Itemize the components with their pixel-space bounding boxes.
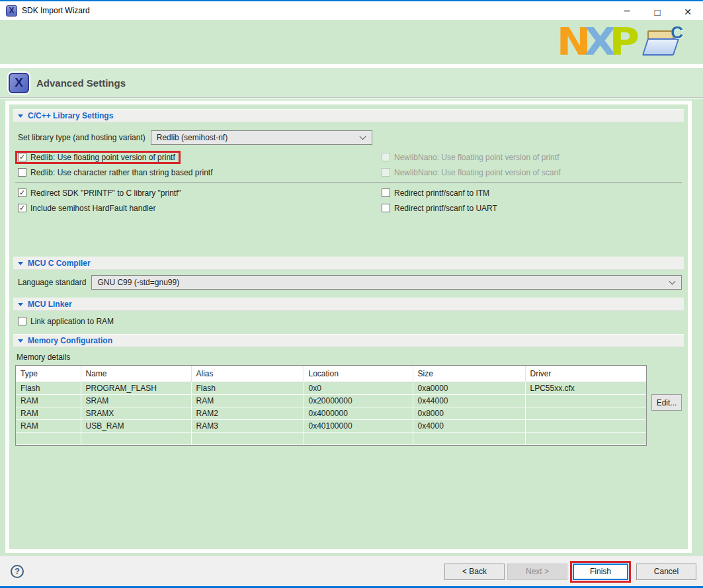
- app-logo-icon: X: [6, 5, 17, 17]
- column-header-type[interactable]: Type: [16, 366, 81, 382]
- nxp-logo: NXP: [557, 23, 633, 61]
- chevron-down-icon: [359, 133, 366, 140]
- branding-banner: NXP C: [0, 20, 703, 64]
- table-cell: LPC55xx.cfx: [525, 382, 646, 394]
- checkbox-row[interactable]: Redirect printf/scanf to UART: [379, 202, 503, 215]
- table-cell: [81, 432, 191, 444]
- collapse-triangle-icon[interactable]: [18, 303, 23, 306]
- library-checkbox-group-right-bottom: Redirect printf/scanf to ITMRedirect pri…: [379, 185, 684, 216]
- table-cell: RAM3: [191, 419, 304, 432]
- close-button[interactable]: ✕: [673, 3, 703, 21]
- maximize-button[interactable]: □: [642, 3, 673, 21]
- checkbox[interactable]: [18, 317, 26, 325]
- table-cell: 0x4000000: [304, 407, 413, 419]
- back-button[interactable]: < Back: [444, 564, 505, 580]
- nxp-letter-x: X: [585, 19, 610, 63]
- checkbox-row[interactable]: Redirect printf/scanf to ITM: [379, 187, 495, 200]
- table-row[interactable]: RAMSRAMRAM0x200000000x44000: [16, 394, 646, 407]
- checkbox-row[interactable]: ✓Redirect SDK "PRINTF" to C library "pri…: [15, 187, 186, 200]
- table-cell: RAM: [191, 394, 304, 407]
- table-cell: Flash: [16, 382, 81, 394]
- minimize-button[interactable]: –: [612, 3, 642, 21]
- column-header-driver[interactable]: Driver: [525, 366, 646, 382]
- finish-highlight-box: Finish: [570, 561, 631, 583]
- section-memory-header[interactable]: Memory Configuration: [13, 334, 684, 347]
- section-library-header[interactable]: C/C++ Library Settings: [13, 109, 684, 122]
- table-cell: 0x8000: [413, 407, 525, 419]
- table-row[interactable]: [16, 432, 646, 444]
- chevron-down-icon: [669, 278, 676, 284]
- table-cell: 0x40100000: [304, 419, 413, 432]
- checkbox-row[interactable]: ✓Include semihost HardFault handler: [15, 202, 161, 215]
- checkbox-row[interactable]: Redlib: Use character rather than string…: [15, 166, 218, 179]
- checkbox-label: Link application to RAM: [30, 317, 114, 326]
- checkbox-row[interactable]: ✓Redlib: Use floating point version of p…: [15, 151, 181, 164]
- edit-button[interactable]: Edit...: [651, 394, 682, 411]
- window-title: SDK Import Wizard: [22, 6, 90, 15]
- collapse-triangle-icon[interactable]: [18, 262, 23, 265]
- table-cell: 0x4000: [413, 419, 525, 432]
- table-cell: RAM: [16, 419, 81, 432]
- table-cell: Flash: [191, 382, 304, 394]
- mcuxpresso-logo-icon: X: [9, 73, 29, 93]
- checkbox[interactable]: [382, 204, 390, 212]
- finish-button[interactable]: Finish: [573, 564, 628, 580]
- checkbox-label: Redlib: Use floating point version of pr…: [30, 153, 175, 162]
- collapse-triangle-icon[interactable]: [18, 339, 23, 343]
- checkbox: [382, 153, 390, 161]
- page-header: X Advanced Settings: [0, 68, 703, 98]
- library-type-dropdown[interactable]: Redlib (semihost-nf): [151, 130, 372, 145]
- table-cell: [16, 432, 81, 444]
- table-cell: 0x0: [304, 382, 413, 394]
- table-cell: [525, 407, 646, 419]
- memory-details-label: Memory details: [17, 353, 684, 362]
- table-cell: 0x20000000: [304, 394, 413, 407]
- table-cell: RAM: [16, 407, 81, 419]
- table-cell: PROGRAM_FLASH: [81, 382, 191, 394]
- table-cell: RAM: [16, 394, 81, 407]
- checkbox-label: NewlibNano: Use floating point version o…: [394, 153, 559, 162]
- memory-table: Type Name Alias Location Size Driver Fla…: [15, 365, 647, 446]
- checkbox-label: Redirect printf/scanf to UART: [394, 204, 497, 213]
- library-type-value: Redlib (semihost-nf): [157, 133, 360, 142]
- library-type-label: Set library type (and hosting variant): [18, 133, 145, 142]
- table-row[interactable]: FlashPROGRAM_FLASHFlash0x00xa0000LPC55xx…: [16, 382, 646, 394]
- collapse-triangle-icon[interactable]: [18, 114, 23, 118]
- section-title: MCU Linker: [28, 300, 72, 309]
- checkbox[interactable]: ✓: [18, 153, 26, 161]
- checkbox[interactable]: ✓: [18, 204, 26, 212]
- checkbox-row[interactable]: Link application to RAM: [15, 315, 119, 328]
- section-linker-header[interactable]: MCU Linker: [13, 298, 684, 311]
- checkbox[interactable]: [382, 189, 390, 197]
- column-header-size[interactable]: Size: [413, 366, 525, 382]
- library-checkbox-group-right-top: NewlibNano: Use floating point version o…: [379, 149, 684, 180]
- column-header-alias[interactable]: Alias: [191, 366, 304, 382]
- column-header-location[interactable]: Location: [304, 366, 413, 382]
- language-standard-dropdown[interactable]: GNU C99 (-std=gnu99): [91, 275, 682, 290]
- language-standard-label: Language standard: [18, 278, 86, 287]
- table-row[interactable]: RAMSRAMXRAM20x40000000x8000: [16, 407, 646, 419]
- checkbox-label: Include semihost HardFault handler: [30, 204, 155, 213]
- checkbox-label: NewlibNano: Use floating point version o…: [394, 168, 560, 177]
- next-button[interactable]: Next >: [507, 564, 567, 580]
- checkbox[interactable]: ✓: [18, 189, 26, 197]
- checkbox[interactable]: [18, 168, 26, 177]
- cancel-button[interactable]: Cancel: [636, 564, 696, 580]
- column-header-name[interactable]: Name: [81, 366, 191, 382]
- table-row[interactable]: RAMUSB_RAMRAM30x401000000x4000: [16, 419, 646, 432]
- table-cell: [191, 432, 304, 444]
- library-checkbox-group-left-bottom: ✓Redirect SDK "PRINTF" to C library "pri…: [15, 185, 379, 216]
- button-bar: ? < Back Next > Finish Cancel: [0, 556, 703, 586]
- nxp-letter-n: N: [557, 19, 585, 63]
- table-cell: SRAMX: [81, 407, 191, 419]
- main-area: C/C++ Library Settings Set library type …: [0, 99, 703, 556]
- library-divider: [15, 182, 682, 183]
- table-cell: 0x44000: [413, 394, 525, 407]
- language-standard-value: GNU C99 (-std=gnu99): [97, 278, 670, 287]
- help-icon[interactable]: ?: [11, 565, 24, 578]
- section-compiler-header[interactable]: MCU C Compiler: [13, 257, 684, 270]
- table-cell: RAM2: [191, 407, 304, 419]
- table-cell: [304, 432, 413, 444]
- linker-checkbox-group: Link application to RAM: [15, 314, 684, 329]
- table-header-row: Type Name Alias Location Size Driver: [16, 366, 646, 382]
